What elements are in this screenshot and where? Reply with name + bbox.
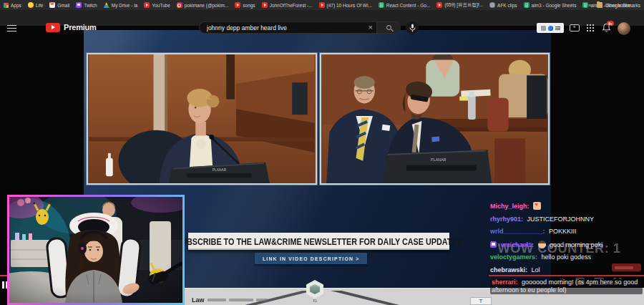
- bookmarks-bar-right: » Other bookmarks: [585, 0, 644, 10]
- clear-search-icon[interactable]: ×: [369, 23, 373, 32]
- bookmark-label: Gmail: [57, 3, 69, 8]
- svg-text:PLANAR: PLANAR: [213, 168, 227, 172]
- bookmark-item[interactable]: AFK clips: [489, 2, 517, 8]
- bookmark-favicon: [319, 2, 325, 8]
- account-avatar[interactable]: [618, 22, 630, 35]
- progress-bar[interactable]: [489, 275, 644, 276]
- keyboard-hint: T: [470, 297, 492, 305]
- bookmarks-overflow-chevron[interactable]: »: [588, 2, 591, 9]
- bookmark-item[interactable]: Life: [28, 2, 43, 8]
- sanitizer-bottle: [106, 158, 113, 176]
- bookmark-favicon: [436, 2, 442, 8]
- bookmark-item[interactable]: Twitch: [76, 2, 97, 8]
- bookmark-favicon: [379, 2, 384, 8]
- apps-grid-icon[interactable]: [586, 24, 594, 32]
- courtroom-witness-scene: PLANAR: [88, 54, 316, 183]
- search-input[interactable]: [205, 22, 361, 33]
- bookmark-favicon: [104, 2, 109, 8]
- bookmark-item[interactable]: (47) 10 Hours Of Wi...: [319, 2, 372, 8]
- bookmark-label: My Drive - ia: [112, 3, 137, 8]
- bookmark-favicon: [144, 2, 150, 8]
- bookmark-item[interactable]: JohnOfTheForest -...: [262, 2, 313, 8]
- settings-icon[interactable]: [558, 278, 566, 286]
- menu-icon[interactable]: [7, 25, 16, 32]
- water-bottle: [468, 95, 476, 120]
- search-icon: [386, 25, 391, 30]
- bookmark-favicon: [76, 2, 82, 8]
- notifications-bell[interactable]: 9+: [602, 23, 612, 33]
- logo-label: Premium: [64, 23, 97, 32]
- bookmark-favicon: [489, 2, 495, 8]
- player-controls: [558, 278, 622, 286]
- theater-mode-icon[interactable]: [594, 278, 604, 285]
- bookmark-label: JohnOfTheForest -...: [270, 3, 313, 8]
- bookmark-favicon: [4, 3, 9, 8]
- voice-search-button[interactable]: [406, 21, 419, 34]
- bookmark-favicon: [28, 2, 34, 8]
- mic-icon: [409, 24, 416, 32]
- svg-text:PLANAR: PLANAR: [431, 158, 447, 162]
- bookmark-label: Twitch: [84, 3, 97, 8]
- bookmark-label: (659) [뮤표트럼]f...: [444, 2, 483, 9]
- bookmark-label: songs: [243, 3, 255, 8]
- pinned-extensions[interactable]: [537, 23, 564, 33]
- bookmark-item[interactable]: React Content - Go...: [379, 2, 430, 8]
- bookmark-label: React Content - Go...: [386, 3, 430, 8]
- search-button[interactable]: [376, 21, 401, 34]
- bookmark-item[interactable]: Gmail: [49, 2, 69, 8]
- bookmarks-bar: Apps Life Gmail Twitch My Drive - ia: [0, 0, 644, 10]
- chair: [487, 98, 508, 132]
- extension-icon: [548, 26, 553, 31]
- bookmark-item[interactable]: aim3 - Google Sheets: [524, 2, 577, 8]
- bookmark-label: Life: [36, 3, 43, 8]
- emblem-caption: X1: [306, 299, 323, 303]
- bookmark-item[interactable]: Apps: [4, 3, 21, 8]
- search-bar: ×: [199, 21, 419, 34]
- banner-link-box: LINK IN VIDEO DESCRIPTION >: [255, 253, 367, 264]
- courtroom-defense-scene: PLANAR: [321, 54, 548, 183]
- court-panel-defense: PLANAR: [320, 53, 550, 185]
- bookmark-label: Apps: [11, 3, 21, 8]
- bookmark-item[interactable]: songs: [235, 2, 255, 8]
- court-panel-witness: PLANAR: [87, 53, 317, 185]
- bookmark-label: (47) 10 Hours Of Wi...: [327, 3, 372, 8]
- miniplayer-icon[interactable]: [575, 278, 585, 285]
- other-bookmarks[interactable]: Other bookmarks: [597, 2, 640, 8]
- youtube-play-icon: [46, 23, 60, 32]
- notification-badge: 9+: [607, 21, 614, 26]
- youtube-header: Premium ×: [0, 10, 644, 26]
- extension-icon: [541, 26, 546, 31]
- youtube-premium-logo[interactable]: Premium: [46, 23, 97, 32]
- wow-counter-overlay: WOW COUNTER: 1: [498, 241, 621, 256]
- create-video-icon[interactable]: [570, 24, 580, 32]
- bookmark-favicon: [524, 2, 530, 8]
- bookmark-favicon: [177, 2, 182, 8]
- webcam-scene: [9, 197, 182, 303]
- bookmark-label: YouTube: [152, 3, 170, 8]
- bookmark-label: AFK clips: [497, 3, 517, 8]
- extension-menu-icon: [555, 26, 560, 31]
- screen: Apps Life Gmail Twitch My Drive - ia: [0, 0, 644, 305]
- video-title-partial: Law: [192, 296, 268, 304]
- fullscreen-icon[interactable]: [613, 278, 622, 285]
- bookmark-favicon: [262, 2, 268, 8]
- bookmark-item[interactable]: pokimane (@pokim...: [177, 2, 229, 8]
- bookmark-favicon: [235, 2, 240, 8]
- folder-icon: [597, 2, 602, 8]
- streamer-webcam-overlay: [7, 195, 185, 305]
- bookmark-item[interactable]: YouTube: [144, 2, 170, 8]
- subscribe-button-dimmed[interactable]: [612, 263, 641, 271]
- bookmark-favicon: [49, 2, 55, 8]
- bookmark-item[interactable]: My Drive - ia: [104, 2, 137, 8]
- bookmark-item[interactable]: (659) [뮤표트럼]f...: [436, 2, 483, 9]
- newsletter-banner: SUBSCRIBE TO THE LAW&CRIME NEWSLETTER FO…: [188, 233, 449, 250]
- bookmark-label: pokimane (@pokim...: [185, 3, 229, 8]
- bookmark-label: aim3 - Google Sheets: [532, 3, 577, 8]
